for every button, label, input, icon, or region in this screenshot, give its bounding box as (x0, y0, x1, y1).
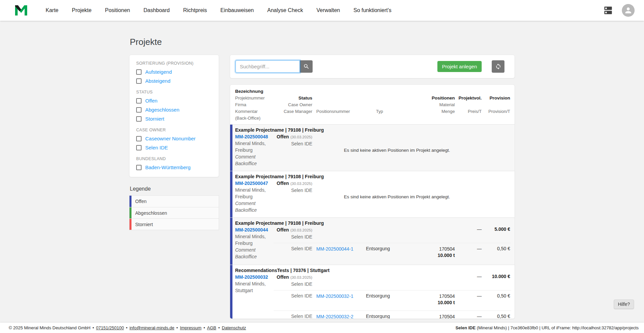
nav-item-richtpreis[interactable]: Richtpreis (183, 7, 207, 13)
search-input[interactable] (235, 60, 300, 73)
header-bezeichnung: Bezeichnung (235, 88, 274, 95)
header-case-manager: Case Manager (274, 108, 312, 115)
nav-item-einbauweisen[interactable]: Einbauweisen (220, 7, 254, 13)
filter-option-aufsteigend[interactable]: Aufsteigend (136, 69, 212, 75)
nav-item-dashboard[interactable]: Dashboard (144, 7, 170, 13)
mineral-minds-logo[interactable] (14, 4, 28, 16)
project-company: Mineral Minds, (235, 233, 274, 240)
checkbox-icon[interactable] (136, 107, 142, 113)
footer-session-info: Selen IDE (Mineral Minds) | 7ce360e83fb0… (455, 325, 639, 330)
logo-m-icon (14, 4, 28, 16)
header-positionen: Positionen (405, 95, 455, 102)
project-title: Example Projectname | 79108 | Freiburg (235, 125, 511, 133)
position-number-link[interactable]: MM-202500032-1 (316, 293, 354, 299)
table-body: Example Projectname | 79108 | Freiburg M… (230, 125, 515, 319)
legend-title: Legende (130, 186, 219, 192)
footer-phone-link[interactable]: 07151/250100 (96, 325, 124, 330)
status-stripe-offen (230, 265, 232, 319)
projects-main: Projekt anlegen Bezeichnung Projek (230, 55, 515, 319)
project-city: Freiburg (235, 147, 274, 153)
footer-datenschutz-link[interactable]: Datenschutz (222, 325, 246, 330)
position-case-manager: Selen IDE (274, 314, 312, 319)
header-back-office: (Back-Office) (235, 115, 274, 122)
refresh-icon (495, 63, 501, 70)
position-row: Selen IDE MM-202500044-1 Entsorgung 1705… (274, 243, 511, 261)
projektvol-total: — (455, 274, 482, 287)
filter-option-caseowner-nonumber[interactable]: Caseowner Nonumber (136, 136, 212, 141)
project-status: Offen (30.03.2025) (274, 226, 312, 234)
page-title: Projekte (130, 37, 515, 47)
checkbox-icon[interactable] (136, 136, 142, 141)
checkbox-icon[interactable] (136, 116, 142, 122)
nav-item-verwalten[interactable]: Verwalten (316, 7, 340, 13)
help-button[interactable]: Hilfe? (614, 299, 634, 309)
header-typ: Typ (366, 108, 405, 115)
checkbox-icon[interactable] (136, 98, 142, 104)
footer-copyright: © 2025 Mineral Minds Deutschland GmbH (9, 325, 91, 330)
project-number-link[interactable]: MM-202500048 (235, 133, 274, 140)
header-col-positionsnummer: Positionsnummer (312, 88, 366, 122)
status-legend: Offen Abgeschlossen Storniert (129, 195, 219, 230)
project-number-link[interactable]: MM-202500044 (235, 226, 274, 233)
search-button[interactable] (300, 60, 313, 73)
project-number-link[interactable]: MM-202500032 (235, 274, 274, 280)
position-material: 170504 (405, 293, 455, 299)
provision-total: 5.000 € (482, 226, 510, 240)
filter-option-selen-ide[interactable]: Selen IDE (136, 145, 212, 150)
position-provision: 0,50 € (482, 293, 510, 306)
position-number-link[interactable]: MM-202500044-1 (316, 246, 354, 252)
nav-item-positionen[interactable]: Positionen (105, 7, 130, 13)
project-case-owner: Selen IDE (274, 281, 312, 287)
server-icon (603, 5, 613, 15)
position-case-manager: Selen IDE (274, 293, 312, 306)
filter-option-abgeschlossen[interactable]: Abgeschlossen (136, 107, 212, 113)
project-title: Example Projectname | 79108 | Freiburg (235, 171, 511, 179)
footer-impressum-link[interactable]: Impressum (180, 325, 201, 330)
filter-option-absteigend[interactable]: Absteigend (136, 78, 212, 84)
user-avatar[interactable] (622, 4, 635, 17)
project-backoffice: Backoffice (235, 160, 274, 167)
project-row: Example Projectname | 79108 | Freiburg M… (230, 171, 515, 217)
nav-item-so-funktionierts[interactable]: So funktioniert's (354, 7, 391, 13)
header-status: Status (274, 95, 312, 102)
refresh-button[interactable] (492, 60, 504, 73)
filter-section-label: STATUS (136, 90, 212, 94)
position-typ: Entsorgung (366, 293, 405, 306)
legend-color-bar (129, 219, 131, 230)
project-comment: Comment (235, 247, 274, 253)
header-col-provision: Provision Provision/T (482, 88, 510, 122)
no-positions-message: Es sind keine aktiven Positionen im Proj… (312, 194, 482, 199)
filter-section-bundesland: BUNDESLAND Baden-Württemberg (136, 156, 212, 170)
nav-item-karte[interactable]: Karte (46, 7, 58, 13)
position-number-link[interactable]: MM-202500032-2 (316, 314, 354, 319)
nav-item-projekte[interactable]: Projekte (72, 7, 92, 13)
project-number-link[interactable]: MM-202500047 (235, 180, 274, 187)
position-material: 170504 (405, 246, 455, 252)
position-typ: Entsorgung (366, 246, 405, 259)
create-project-button[interactable]: Projekt anlegen (437, 61, 482, 72)
footer-agb-link[interactable]: AGB (207, 325, 216, 330)
filter-section-label: CASE OWNER (136, 128, 212, 132)
page-content: Projekte SORTIERUNG (PROVISION) Aufsteig… (0, 21, 644, 323)
filter-option-baden-wuerttemberg[interactable]: Baden-Württemberg (136, 164, 212, 170)
project-status: Offen (30.03.2025) (274, 274, 312, 281)
server-button[interactable] (603, 5, 613, 15)
checkbox-icon[interactable] (136, 145, 142, 150)
checkbox-icon[interactable] (136, 78, 142, 84)
checkbox-icon[interactable] (136, 165, 142, 170)
header-case-owner: Case Owner (274, 102, 312, 108)
nav-item-analyse-check[interactable]: Analyse Check (267, 7, 303, 13)
filter-option-offen[interactable]: Offen (136, 98, 212, 104)
position-material: 170504 (405, 314, 455, 319)
footer-email-link[interactable]: info@mineral-minds.de (129, 325, 174, 330)
project-company: Mineral Minds, (235, 140, 274, 147)
position-case-manager: Selen IDE (274, 246, 312, 259)
position-preis: — (455, 293, 482, 306)
checkbox-icon[interactable] (136, 69, 142, 75)
status-stripe-offen (230, 171, 232, 217)
header-material: Material (405, 102, 455, 108)
filter-option-storniert[interactable]: Storniert (136, 116, 212, 122)
header-col-bezeichnung: Bezeichnung Projektnummer Firma Kommenta… (235, 88, 274, 122)
search-group (235, 60, 313, 73)
provision-total: 10.000 € (482, 274, 510, 287)
